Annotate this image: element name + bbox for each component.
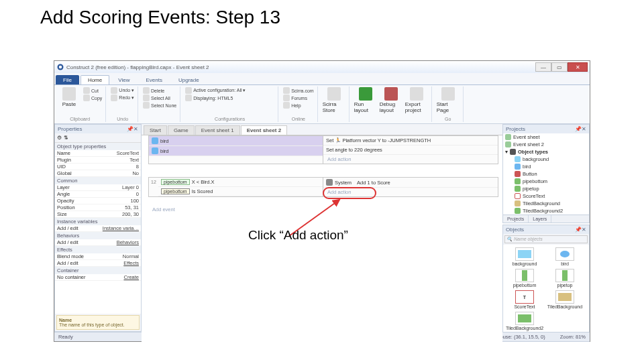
sheet-icon	[505, 141, 511, 147]
instance-vars-link[interactable]: Instance varia…	[103, 225, 139, 231]
tab-file[interactable]: File	[56, 75, 79, 84]
container-create-link[interactable]: Create	[123, 274, 139, 280]
home-icon	[441, 87, 455, 101]
svg-point-1	[59, 66, 62, 69]
close-button[interactable]: ✕	[568, 62, 588, 72]
slide-title: Add Scoring Events: Step 13	[0, 0, 644, 32]
objects-search[interactable]: 🔍 Name objects	[504, 235, 588, 243]
action-row[interactable]: Set 🏃 Platform vector Y to -JUMPSTRENGTH	[323, 136, 498, 145]
scirra-link[interactable]: Scirra.com	[283, 87, 313, 94]
panel-pin-icon[interactable]: 📌✕	[127, 126, 138, 132]
select-all-icon	[143, 95, 150, 101]
object-scoretext[interactable]: TScoreText	[506, 290, 543, 309]
prop-cat[interactable]: Container	[55, 267, 141, 274]
panel-pin-icon[interactable]: 📌✕	[575, 227, 586, 233]
filter-icon[interactable]: ⚙	[57, 135, 62, 141]
ribbon-tabs: File Home View Events Upgrade	[54, 73, 590, 85]
prop-cat[interactable]: Instance variables	[55, 218, 141, 225]
callout-text: Click “Add action”	[248, 228, 348, 243]
condition-row[interactable]: bird	[149, 146, 323, 156]
behaviors-link[interactable]: Behaviors	[117, 239, 139, 245]
run-button[interactable]: Run layout	[354, 87, 377, 113]
object-icon	[515, 171, 521, 177]
store-button[interactable]: Scirra Store	[323, 87, 345, 113]
tab-game[interactable]: Game	[168, 125, 195, 135]
debug-button[interactable]: Debug layout	[380, 87, 402, 113]
object-pipetop[interactable]: pipetop	[546, 269, 584, 288]
text-icon	[515, 193, 521, 199]
delete-icon	[143, 87, 150, 94]
tree-item: pipebottom	[513, 178, 589, 185]
projects-title: Projects	[506, 126, 525, 132]
tree-item: ▾Object types	[503, 148, 589, 156]
export-button[interactable]: Export project	[405, 87, 428, 113]
export-icon	[410, 87, 423, 101]
copy-icon	[83, 95, 90, 101]
tree-item: TiledBackground	[513, 200, 589, 207]
properties-title: Properties	[58, 126, 82, 132]
projects-tree[interactable]: Event sheet Event sheet 2 ▾Object types …	[503, 133, 589, 215]
objects-grid: background bird pipebottom pipetop TScor…	[503, 245, 589, 333]
projects-tab[interactable]: Projects	[503, 215, 529, 223]
thumb-icon	[558, 293, 572, 301]
selectnone-button[interactable]: Select None	[143, 102, 176, 109]
chevron-down-icon[interactable]: ▾	[505, 149, 508, 155]
tree-item: bird	[513, 163, 589, 170]
redo-button[interactable]: Redo ▾	[111, 95, 134, 101]
object-tiledbg[interactable]: TiledBackground	[546, 290, 584, 309]
layers-tab[interactable]: Layers	[529, 215, 551, 223]
paste-button[interactable]: Paste	[58, 87, 80, 107]
tree-item: TiledBackground2	[513, 207, 589, 215]
delete-button[interactable]: Delete	[143, 87, 176, 94]
window-title: Construct 2 (free edition) - flappingBir…	[66, 64, 209, 70]
event-number: 12	[149, 178, 158, 196]
thumb-icon	[518, 250, 531, 258]
object-background[interactable]: background	[506, 247, 543, 266]
tab-events[interactable]: Events	[138, 75, 169, 84]
undo-button[interactable]: Undo ▾	[111, 87, 134, 94]
prop-cat[interactable]: Common	[55, 177, 141, 184]
condition-row[interactable]: bird	[149, 136, 323, 146]
action-row[interactable]: Set angle to 220 degrees	[323, 145, 498, 155]
tab-upgrade[interactable]: Upgrade	[171, 75, 207, 84]
cut-button[interactable]: Cut	[83, 87, 102, 94]
tab-home[interactable]: Home	[80, 75, 109, 84]
condition-row[interactable]: pipebottomX < Bird.X	[158, 178, 323, 187]
sheet-icon	[505, 134, 511, 140]
active-config[interactable]: Active configuration: All ▾	[185, 87, 246, 94]
tree-item: Event sheet	[503, 133, 589, 141]
add-event-link[interactable]: Add event	[148, 205, 179, 214]
construct2-window: Construct 2 (free edition) - flappingBir…	[54, 60, 590, 342]
prop-cat[interactable]: Effects	[55, 246, 141, 253]
center-tabs: Start Game Event sheet 1 Event sheet 2	[142, 124, 502, 135]
tab-eventsheet1[interactable]: Event sheet 1	[195, 125, 240, 135]
tab-start[interactable]: Start	[144, 125, 167, 135]
effects-link[interactable]: Effects	[123, 260, 139, 266]
panel-pin-icon[interactable]: 📌✕	[575, 126, 586, 132]
object-pipebottom[interactable]: pipebottom	[506, 269, 543, 288]
copy-button[interactable]: Copy	[83, 95, 102, 101]
selectall-button[interactable]: Select All	[143, 95, 176, 101]
bird-icon	[152, 137, 158, 144]
object-bird[interactable]: bird	[546, 247, 584, 266]
startpage-button[interactable]: Start Page	[437, 87, 460, 113]
text-icon: T	[523, 295, 526, 300]
tab-eventsheet2[interactable]: Event sheet 2	[241, 125, 288, 135]
sort-icon[interactable]: ⇅	[64, 135, 68, 141]
maximize-button[interactable]: ▭	[551, 62, 568, 72]
minimize-button[interactable]: —	[535, 62, 551, 72]
action-row[interactable]: System Add 1 to Score	[323, 178, 498, 188]
prop-cat[interactable]: Behaviors	[55, 232, 141, 239]
paste-icon	[62, 87, 76, 101]
displaying[interactable]: Displaying: HTML5	[185, 95, 246, 101]
tab-view[interactable]: View	[111, 75, 137, 84]
forums-link[interactable]: Forums	[283, 95, 313, 101]
object-tiledbg2[interactable]: TiledBackground2	[506, 312, 543, 330]
help-link[interactable]: Help	[283, 102, 313, 109]
group-label: Online	[283, 117, 313, 121]
condition-row[interactable]: pipebottomIs Scored	[158, 187, 323, 196]
add-action-link[interactable]: Add action	[323, 155, 498, 164]
properties-body: Object type properties NameScoreText Plu…	[55, 143, 141, 314]
ribbon: Paste Cut Copy Clipboard Undo ▾ Redo ▾ U…	[54, 85, 590, 124]
prop-cat[interactable]: Object type properties	[55, 143, 141, 150]
